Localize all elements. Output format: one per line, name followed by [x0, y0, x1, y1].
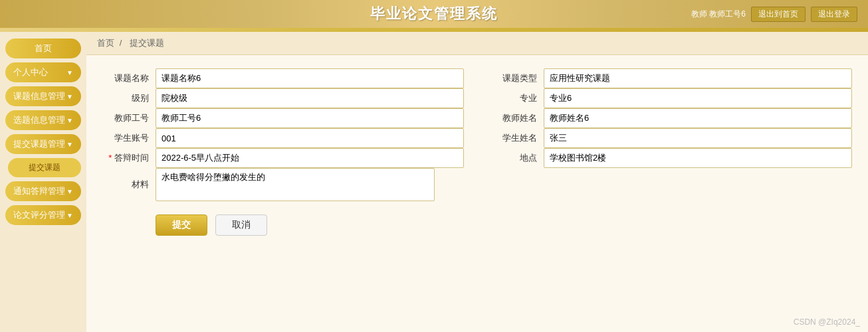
form-half-student-name: 学生姓名 [490, 128, 852, 148]
sidebar-topic-select-label: 选题信息管理 [13, 114, 65, 126]
form-row-4: 学生账号 学生姓名 [102, 128, 852, 148]
form-half-location: 地点 [490, 148, 852, 168]
location-label: 地点 [490, 152, 544, 164]
form-half-teacher-id: 教师工号 [102, 108, 464, 128]
student-name-label: 学生姓名 [490, 132, 544, 144]
sidebar-submit-topic-label: 提交课题 [29, 163, 60, 172]
teacher-name-label: 教师姓名 [490, 112, 544, 124]
form-row-materials: 材料 [102, 168, 852, 201]
sidebar-item-profile[interactable]: 个人中心 ▼ [5, 62, 81, 82]
exit-home-button[interactable]: 退出到首页 [751, 7, 806, 22]
sidebar-submit-topic-mgmt-label: 提交课题管理 [13, 138, 65, 150]
major-input[interactable] [544, 88, 852, 108]
form-half-defense-time: 答辩时间 [102, 148, 464, 168]
teacher-name-input[interactable] [544, 108, 852, 128]
user-label: 教师 教师工号6 [691, 9, 746, 20]
level-label: 级别 [102, 92, 156, 104]
chevron-down-icon: ▼ [66, 117, 73, 124]
form-half-student-id: 学生账号 [102, 128, 464, 148]
chevron-down-icon: ▼ [66, 212, 73, 219]
sidebar-score-mgmt-label: 论文评分管理 [13, 209, 65, 221]
form-half-level: 级别 [102, 88, 464, 108]
sidebar-item-submit-topic-mgmt[interactable]: 提交课题管理 ▼ [5, 134, 81, 154]
student-id-label: 学生账号 [102, 132, 156, 144]
chevron-down-icon: ▼ [66, 69, 73, 76]
title-type-input[interactable] [544, 68, 852, 88]
sidebar-item-topic-select[interactable]: 选题信息管理 ▼ [5, 110, 81, 130]
sidebar-thesis-mgmt-label: 课题信息管理 [13, 90, 65, 102]
level-input[interactable] [156, 88, 464, 108]
header-actions: 教师 教师工号6 退出到首页 退出登录 [691, 0, 857, 28]
sidebar-profile-label: 个人中心 [13, 66, 48, 78]
chevron-down-icon: ▼ [66, 188, 73, 195]
defense-time-input[interactable] [156, 148, 464, 168]
button-area: 提交 取消 [156, 214, 852, 236]
breadcrumb-home[interactable]: 首页 [97, 38, 114, 48]
teacher-id-label: 教师工号 [102, 112, 156, 124]
sidebar-home-label: 首页 [35, 43, 52, 53]
major-label: 专业 [490, 92, 544, 104]
form-row-3: 教师工号 教师姓名 [102, 108, 852, 128]
form-half-teacher-name: 教师姓名 [490, 108, 852, 128]
sidebar-item-submit-topic[interactable]: 提交课题 [8, 158, 81, 177]
sidebar-item-score-mgmt[interactable]: 论文评分管理 ▼ [5, 205, 81, 225]
form-row-1: 课题名称 课题类型 [102, 68, 852, 88]
form-half-title-type: 课题类型 [490, 68, 852, 88]
chevron-down-icon: ▼ [66, 93, 73, 100]
sidebar-defense-notice-label: 通知答辩管理 [13, 185, 65, 197]
form-half-title-name: 课题名称 [102, 68, 464, 88]
form-half-major: 专业 [490, 88, 852, 108]
teacher-id-input[interactable] [156, 108, 464, 128]
header: 毕业论文管理系统 教师 教师工号6 退出到首页 退出登录 [0, 0, 868, 28]
location-input[interactable] [544, 148, 852, 168]
breadcrumb-current: 提交课题 [130, 38, 164, 48]
sidebar-item-thesis-mgmt[interactable]: 课题信息管理 ▼ [5, 86, 81, 106]
form-row-5: 答辩时间 地点 [102, 148, 852, 168]
materials-label: 材料 [102, 179, 156, 191]
sidebar-item-home[interactable]: 首页 [5, 39, 81, 58]
student-name-input[interactable] [544, 128, 852, 148]
submit-button[interactable]: 提交 [156, 214, 207, 236]
materials-textarea[interactable] [156, 168, 435, 201]
layout: 首页 个人中心 ▼ 课题信息管理 ▼ 选题信息管理 ▼ 提交课题管理 ▼ 提交课… [0, 32, 868, 332]
cancel-button[interactable]: 取消 [215, 214, 267, 236]
title-type-label: 课题类型 [490, 72, 544, 84]
title-name-label: 课题名称 [102, 72, 156, 84]
left-arrow-icon [5, 210, 11, 220]
form-area: 课题名称 课题类型 级别 专业 [86, 55, 868, 249]
student-id-input[interactable] [156, 128, 464, 148]
app-title: 毕业论文管理系统 [370, 4, 498, 24]
breadcrumb: 首页 / 提交课题 [86, 32, 868, 55]
breadcrumb-separator: / [120, 38, 122, 48]
main-content: 首页 / 提交课题 课题名称 课题类型 级别 [86, 32, 868, 332]
logout-button[interactable]: 退出登录 [811, 7, 857, 22]
chevron-down-icon: ▼ [66, 141, 73, 148]
defense-time-label: 答辩时间 [102, 152, 156, 164]
sidebar-item-defense-notice[interactable]: 通知答辩管理 ▼ [5, 181, 81, 201]
title-name-input[interactable] [156, 68, 464, 88]
form-row-2: 级别 专业 [102, 88, 852, 108]
sidebar: 首页 个人中心 ▼ 课题信息管理 ▼ 选题信息管理 ▼ 提交课题管理 ▼ 提交课… [0, 32, 86, 332]
